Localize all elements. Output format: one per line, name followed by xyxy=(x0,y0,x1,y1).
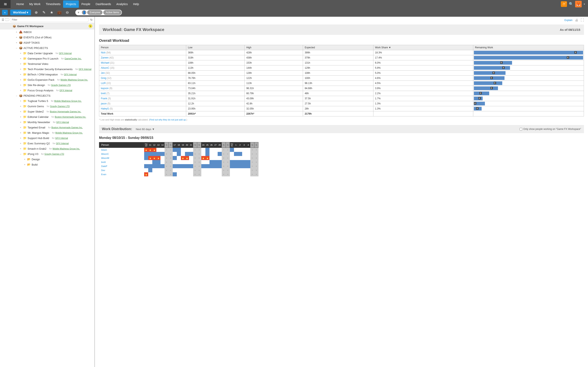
tree-item[interactable]: +📁Tugboat Turtles 5for Mobile Madness Gr… xyxy=(0,98,94,104)
day-cell[interactable] xyxy=(152,168,156,172)
day-cell[interactable]: × xyxy=(250,168,254,172)
day-cell[interactable] xyxy=(214,156,218,160)
col-header[interactable]: Person xyxy=(99,45,186,50)
day-cell[interactable]: × xyxy=(164,164,169,168)
tree-item[interactable]: +📦ASAP TASKS xyxy=(0,40,94,45)
tree-item[interactable]: +📁BitTech / CRM Integrationfor GFX Inter… xyxy=(0,72,94,77)
day-cell[interactable] xyxy=(156,152,160,156)
day-cell[interactable]: 🔥 xyxy=(144,148,148,152)
day-cell[interactable] xyxy=(242,160,246,164)
day-cell[interactable]: 🔥 xyxy=(181,156,185,160)
filter-active-items[interactable]: Active Items xyxy=(103,10,121,15)
day-cell[interactable] xyxy=(173,152,177,156)
person-link[interactable]: brett xyxy=(101,161,106,163)
day-cell[interactable]: × xyxy=(226,152,230,156)
day-cell[interactable] xyxy=(189,172,193,176)
nav-dashboards[interactable]: Dashboards xyxy=(93,0,114,8)
day-cell[interactable] xyxy=(185,152,189,156)
day-cell[interactable] xyxy=(242,152,246,156)
day-cell[interactable]: 🔥 xyxy=(185,156,189,160)
print-icon[interactable]: 🖨 xyxy=(575,18,578,22)
day-cell[interactable] xyxy=(246,164,250,168)
star-icon[interactable]: ★ xyxy=(49,10,54,15)
day-cell[interactable] xyxy=(201,172,205,176)
day-cell[interactable] xyxy=(152,164,156,168)
col-header[interactable]: Expected xyxy=(303,45,373,50)
nav-help[interactable]: Help xyxy=(130,0,142,8)
day-cell[interactable]: × xyxy=(222,148,226,152)
day-cell[interactable] xyxy=(144,156,148,160)
workspace-root[interactable]: 📦 Game FX Workspace ↻ xyxy=(0,23,94,29)
day-cell[interactable] xyxy=(209,168,214,172)
day-cell[interactable]: × xyxy=(222,156,226,160)
col-header[interactable]: Low xyxy=(186,45,245,50)
tree-item[interactable]: +📂Build xyxy=(0,162,94,167)
day-cell[interactable]: × xyxy=(193,148,197,152)
day-cell[interactable] xyxy=(205,148,209,152)
person-link[interactable]: brett xyxy=(101,92,106,95)
tree-item[interactable]: +📁Smash-n-Grab2for Mobile Madness Group … xyxy=(0,146,94,151)
day-cell[interactable] xyxy=(181,148,185,152)
col-header[interactable]: Work Share ▼ xyxy=(373,45,473,50)
day-cell[interactable] xyxy=(173,148,177,152)
tree-item[interactable]: –📦ACTIVE PROJECTS xyxy=(0,45,94,50)
day-cell[interactable] xyxy=(177,148,181,152)
dist-range-selector[interactable]: Next 60 days ▼ xyxy=(136,128,155,131)
day-cell[interactable] xyxy=(246,152,250,156)
day-cell[interactable]: × xyxy=(226,164,230,168)
expand-icon[interactable]: + xyxy=(19,121,22,123)
day-cell[interactable]: × xyxy=(222,172,226,176)
tree-item[interactable]: +📦EVENTS (Out of Office) xyxy=(0,35,94,40)
expand-icon[interactable]: + xyxy=(19,89,22,92)
day-cell[interactable] xyxy=(205,168,209,172)
person-link[interactable]: LizR xyxy=(101,82,106,85)
day-cell[interactable]: 🔥 xyxy=(148,148,152,152)
tree-item[interactable]: +📁Gamespace Pro II Launchfor GameCenter … xyxy=(0,56,94,61)
day-cell[interactable]: × xyxy=(226,172,230,176)
day-cell[interactable] xyxy=(242,168,246,172)
expand-icon[interactable]: + xyxy=(19,137,22,139)
day-cell[interactable]: × xyxy=(254,156,259,160)
col-header[interactable]: Remaining Work xyxy=(473,45,584,50)
day-cell[interactable]: × xyxy=(254,168,259,172)
person-link[interactable]: AlisonC xyxy=(101,153,109,155)
tree-item[interactable]: +📁Tech Provider Security Enhancementsfor… xyxy=(0,67,94,72)
footnote-link[interactable]: Find out why they do not just add up xyxy=(150,118,186,121)
tree-item[interactable]: +📁Support Hub Buildfor GFX Internal xyxy=(0,135,94,141)
timer-badge[interactable]: ⏱1 xyxy=(561,1,567,7)
day-cell[interactable] xyxy=(185,172,189,176)
day-cell[interactable] xyxy=(173,156,177,160)
person-link[interactable]: DaleP xyxy=(101,165,107,167)
tree-item[interactable]: +📁Targeted Emailfor Boston Homemade Game… xyxy=(0,125,94,130)
expand-icon[interactable]: + xyxy=(15,31,18,33)
day-cell[interactable]: × xyxy=(250,164,254,168)
day-cell[interactable]: × xyxy=(169,164,173,168)
day-cell[interactable] xyxy=(230,168,234,172)
day-cell[interactable] xyxy=(234,160,238,164)
day-cell[interactable] xyxy=(214,160,218,164)
day-cell[interactable] xyxy=(148,164,152,168)
day-cell[interactable]: × xyxy=(193,168,197,172)
person-link[interactable]: HaleyG xyxy=(101,107,109,110)
day-cell[interactable] xyxy=(209,172,214,176)
day-cell[interactable] xyxy=(148,160,152,164)
day-cell[interactable] xyxy=(234,148,238,152)
day-cell[interactable] xyxy=(246,172,250,176)
day-cell[interactable] xyxy=(201,164,205,168)
day-cell[interactable] xyxy=(238,152,242,156)
app-logo[interactable]: ≋ xyxy=(0,0,11,8)
day-cell[interactable] xyxy=(218,156,222,160)
edit-icon[interactable]: ✎ xyxy=(41,10,47,15)
day-cell[interactable] xyxy=(185,168,189,172)
day-cell[interactable]: × xyxy=(254,160,259,164)
day-cell[interactable] xyxy=(214,148,218,152)
expand-icon[interactable]: + xyxy=(19,100,22,102)
tree-item[interactable]: –📦PENDING PROJECTS xyxy=(0,93,94,98)
day-cell[interactable]: × xyxy=(193,156,197,160)
day-cell[interactable] xyxy=(181,152,185,156)
filter-everyone[interactable]: Everyone xyxy=(87,10,103,15)
day-cell[interactable] xyxy=(205,164,209,168)
day-cell[interactable] xyxy=(218,172,222,176)
expand-icon[interactable]: – xyxy=(15,47,18,49)
tree-item[interactable]: +📁Super SliderZfor Boston Homemade Games… xyxy=(0,109,94,114)
